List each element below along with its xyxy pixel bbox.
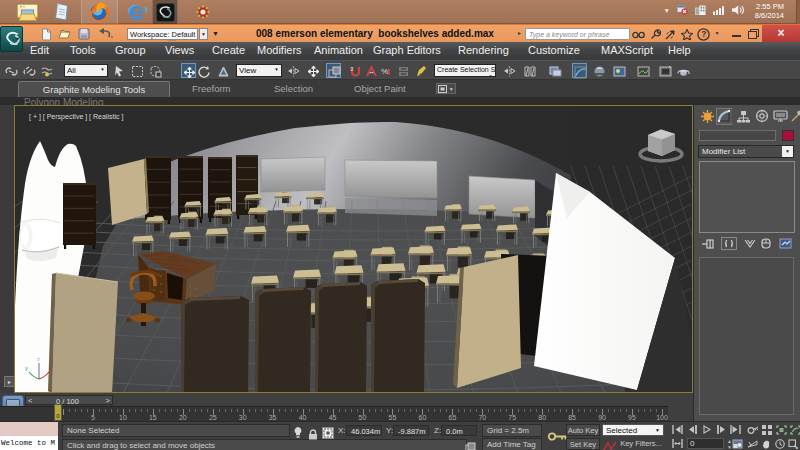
svg-text:y: y: [25, 365, 28, 371]
svg-text:x: x: [50, 365, 53, 371]
svg-text:3: 3: [350, 66, 354, 72]
svg-text:%: %: [381, 67, 388, 76]
svg-text:?: ?: [701, 29, 706, 39]
svg-text:[ + ] [ Perspective ] [ Realis: [ + ] [ Perspective ] [ Realistic ]: [29, 113, 123, 121]
svg-text:z: z: [37, 356, 40, 362]
